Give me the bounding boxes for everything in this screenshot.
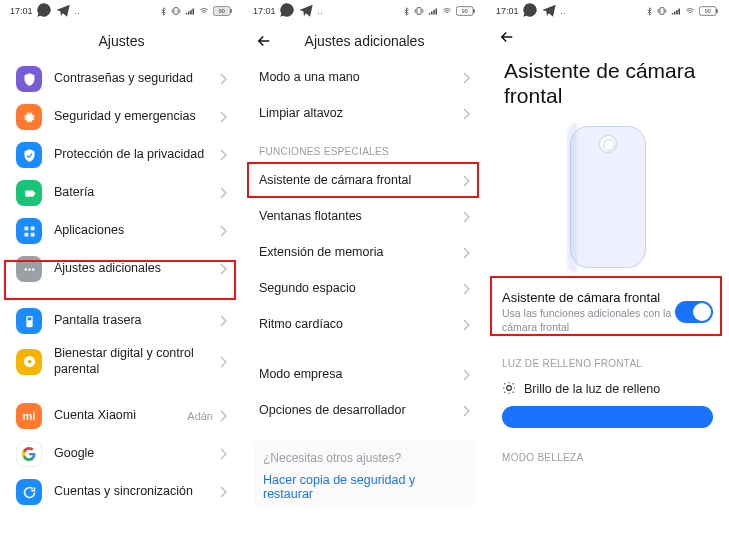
row-label: Modo empresa: [259, 367, 462, 383]
settings-row-google[interactable]: Google: [0, 435, 243, 473]
row-front-camera-assistant[interactable]: Asistente de cámara frontal: [243, 163, 486, 199]
svg-text:90: 90: [219, 8, 225, 14]
screen-additional-settings: 17:01 ‥ 90 Ajustes adicionales Modo a un…: [243, 0, 486, 540]
wifi-icon: [684, 7, 696, 16]
wifi-icon: [441, 7, 453, 16]
chevron-right-icon: [219, 73, 227, 85]
chevron-right-icon: [219, 111, 227, 123]
svg-rect-8: [24, 226, 28, 230]
rear-display-icon: [16, 308, 42, 334]
row-heart-rate[interactable]: Ritmo cardíaco: [243, 307, 486, 343]
settings-row-safety-emergencies[interactable]: Seguridad y emergencias: [0, 98, 243, 136]
row-label: Contraseñas y seguridad: [54, 71, 219, 87]
chevron-right-icon: [219, 356, 227, 368]
signal-icon: [670, 7, 681, 16]
row-label: Extensión de memoria: [259, 245, 462, 261]
fill-light-label: Brillo de la luz de relleno: [524, 382, 660, 396]
status-bar: 17:01 ‥ 90: [243, 0, 486, 22]
svg-point-12: [24, 268, 27, 271]
row-label: Seguridad y emergencias: [54, 109, 219, 125]
settings-row-privacy-protection[interactable]: Protección de la privacidad: [0, 136, 243, 174]
battery-icon: [16, 180, 42, 206]
section-header-fill-light: LUZ DE RELLENO FRONTAL: [486, 344, 729, 375]
page-title: Ajustes: [30, 33, 213, 49]
fill-light-brightness-row[interactable]: Brillo de la luz de relleno: [486, 375, 729, 434]
row-label: Batería: [54, 185, 219, 201]
signal-icon: [184, 7, 195, 16]
row-label: Segundo espacio: [259, 281, 462, 297]
settings-row-accounts-sync[interactable]: Cuentas y sincronización: [0, 473, 243, 511]
signal-icon: [427, 7, 438, 16]
settings-row-digital-wellbeing[interactable]: Bienestar digital y control parental: [0, 340, 243, 383]
row-enterprise-mode[interactable]: Modo empresa: [243, 357, 486, 393]
row-label: Google: [54, 446, 219, 462]
front-camera-assistant-toggle-row[interactable]: Asistente de cámara frontal Usa las func…: [486, 280, 729, 343]
chevron-right-icon: [219, 187, 227, 199]
row-developer-options[interactable]: Opciones de desarrollador: [243, 393, 486, 429]
chevron-right-icon: [219, 315, 227, 327]
battery-icon: 90: [213, 6, 233, 16]
screen-front-camera-assistant: 17:01 ‥ 90 Asistente de cámara frontal: [486, 0, 729, 540]
section-header-special-functions: FUNCIONES ESPECIALES: [243, 132, 486, 163]
chevron-right-icon: [462, 405, 470, 417]
svg-rect-19: [417, 8, 421, 15]
row-sub: Adán: [187, 410, 213, 422]
google-icon: [16, 441, 42, 467]
apps-icon: [16, 218, 42, 244]
backup-restore-link[interactable]: Hacer copia de seguridad y restaurar: [263, 473, 466, 501]
bluetooth-icon: [645, 6, 654, 17]
svg-rect-0: [174, 8, 178, 15]
chevron-right-icon: [219, 486, 227, 498]
header: [486, 22, 729, 52]
phone-back-illustration: [570, 126, 646, 268]
svg-rect-23: [660, 8, 664, 15]
row-label: Protección de la privacidad: [54, 147, 219, 163]
back-button[interactable]: [498, 28, 516, 46]
vibrate-icon: [414, 6, 424, 16]
page-title: Asistente de cámara frontal: [486, 52, 729, 118]
row-one-handed-mode[interactable]: Modo a una mano: [243, 60, 486, 96]
toggle-section: Asistente de cámara frontal Usa las func…: [486, 280, 729, 343]
settings-row-rear-display[interactable]: Pantalla trasera: [0, 302, 243, 340]
chevron-right-icon: [219, 225, 227, 237]
row-clean-speaker[interactable]: Limpiar altavoz: [243, 96, 486, 132]
chevron-right-icon: [462, 319, 470, 331]
battery-icon: 90: [456, 6, 476, 16]
svg-rect-11: [30, 232, 34, 236]
sos-icon: [16, 104, 42, 130]
row-second-space[interactable]: Segundo espacio: [243, 271, 486, 307]
settings-row-additional-settings[interactable]: Ajustes adicionales: [0, 250, 243, 288]
row-label: Ventanas flotantes: [259, 209, 462, 225]
svg-text:90: 90: [462, 8, 468, 14]
settings-row-xiaomi-account[interactable]: mi Cuenta Xiaomi Adán: [0, 397, 243, 435]
other-settings-card: ¿Necesitas otros ajustes? Hacer copia de…: [253, 439, 476, 509]
telegram-icon: [541, 2, 557, 20]
row-label: Aplicaciones: [54, 223, 219, 239]
bluetooth-icon: [402, 6, 411, 17]
chevron-right-icon: [462, 211, 470, 223]
settings-row-apps[interactable]: Aplicaciones: [0, 212, 243, 250]
card-question: ¿Necesitas otros ajustes?: [263, 451, 466, 465]
status-time: 17:01: [496, 6, 519, 16]
toggle-description: Usa las funciones adicionales con la cám…: [502, 307, 672, 333]
row-floating-windows[interactable]: Ventanas flotantes: [243, 199, 486, 235]
settings-row-passwords-security[interactable]: Contraseñas y seguridad: [0, 60, 243, 98]
svg-rect-21: [473, 9, 474, 13]
additional-settings-list: Modo a una mano Limpiar altavoz FUNCIONE…: [243, 60, 486, 509]
svg-point-13: [28, 268, 31, 271]
toggle-title: Asistente de cámara frontal: [502, 290, 675, 305]
svg-point-18: [27, 360, 31, 364]
svg-rect-2: [230, 9, 231, 13]
device-illustration: [486, 118, 729, 280]
row-memory-extension[interactable]: Extensión de memoria: [243, 235, 486, 271]
brightness-slider[interactable]: [502, 406, 713, 428]
whatsapp-icon: [36, 2, 52, 20]
vibrate-icon: [657, 6, 667, 16]
toggle-switch[interactable]: [675, 301, 713, 323]
back-button[interactable]: [255, 32, 273, 50]
wellbeing-icon: [16, 349, 42, 375]
svg-rect-6: [25, 190, 34, 196]
telegram-icon: [55, 2, 71, 20]
header: Ajustes: [0, 22, 243, 60]
settings-row-battery[interactable]: Batería: [0, 174, 243, 212]
